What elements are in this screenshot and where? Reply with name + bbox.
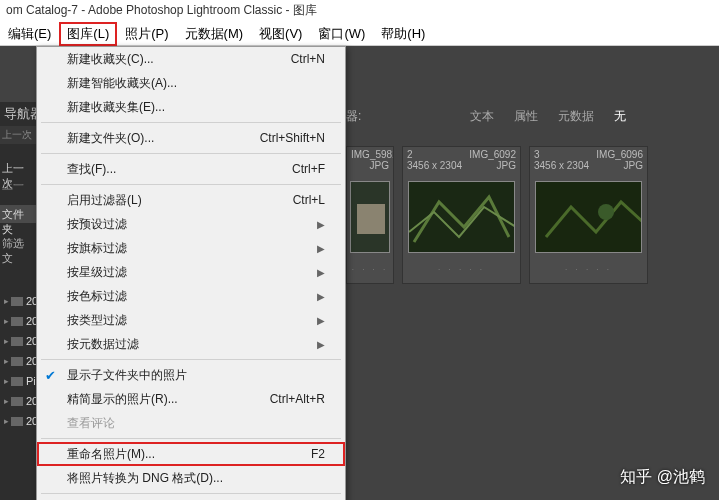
menu-filter-meta[interactable]: 按元数据过滤▶ (37, 332, 345, 356)
chevron-right-icon: ▶ (317, 291, 325, 302)
window-title: om Catalog-7 - Adobe Photoshop Lightroom… (0, 0, 719, 22)
svg-rect-1 (357, 204, 385, 234)
menu-filter-preset[interactable]: 按预设过滤▶ (37, 212, 345, 236)
menu-refine-photos[interactable]: 精简显示的照片(R)...Ctrl+Alt+R (37, 387, 345, 411)
menu-find[interactable]: 查找(F)...Ctrl+F (37, 157, 345, 181)
chevron-right-icon: ▶ (317, 267, 325, 278)
svg-point-4 (598, 204, 614, 220)
menu-new-collection[interactable]: 新建收藏夹(C)...Ctrl+N (37, 47, 345, 71)
prev[interactable]: 上一 (0, 177, 36, 193)
thumb-image (350, 181, 390, 253)
menu-help[interactable]: 帮助(H) (373, 22, 433, 46)
filter-meta[interactable]: 元数据 (558, 108, 594, 125)
menu-review: 查看评论 (37, 411, 345, 435)
menu-window[interactable]: 窗口(W) (310, 22, 373, 46)
thumb-image (535, 181, 642, 253)
check-icon: ✔ (45, 368, 56, 383)
menu-enable-filter[interactable]: 启用过滤器(L)Ctrl+L (37, 188, 345, 212)
menu-filter-type[interactable]: 按类型过滤▶ (37, 308, 345, 332)
filter-text[interactable]: 文本 (470, 108, 494, 125)
svg-rect-3 (536, 182, 641, 252)
menu-new-smart-collection[interactable]: 新建智能收藏夹(A)... (37, 71, 345, 95)
menu-filter-label[interactable]: 按色标过滤▶ (37, 284, 345, 308)
thumb-footer: . . . . (347, 257, 393, 283)
thumb-3[interactable]: 3IMG_60963456 x 2304JPG . . . . . (529, 146, 648, 284)
menu-rename-photo[interactable]: 重命名照片(M)...F2 (37, 442, 345, 466)
menu-show-subfolders[interactable]: ✔显示子文件夹中的照片 (37, 363, 345, 387)
chevron-right-icon: ▶ (317, 243, 325, 254)
menu-edit[interactable]: 编辑(E) (0, 22, 59, 46)
menu-filter-flag[interactable]: 按旗标过滤▶ (37, 236, 345, 260)
chevron-right-icon: ▶ (317, 219, 325, 230)
library-menu-dropdown: 新建收藏夹(C)...Ctrl+N 新建智能收藏夹(A)... 新建收藏夹集(E… (36, 46, 346, 500)
menu-photo[interactable]: 照片(P) (117, 22, 176, 46)
filter-bar-label: 器: (346, 108, 361, 125)
menu-view[interactable]: 视图(V) (251, 22, 310, 46)
menu-metadata[interactable]: 元数据(M) (177, 22, 252, 46)
menu-bar: 编辑(E) 图库(L) 照片(P) 元数据(M) 视图(V) 窗口(W) 帮助(… (0, 22, 719, 46)
filter-none[interactable]: 无 (614, 108, 626, 125)
thumb-image (408, 181, 515, 253)
filter-label[interactable]: 筛选文 (0, 234, 36, 252)
prev-once2[interactable]: 上一次 (0, 160, 36, 176)
thumb-footer: . . . . . (530, 257, 647, 283)
filter-attr[interactable]: 属性 (514, 108, 538, 125)
folders-panel-label[interactable]: 文件夹 (0, 205, 36, 223)
prev-import-label[interactable]: 上一次 (0, 126, 36, 144)
menu-filter-rating[interactable]: 按星级过滤▶ (37, 260, 345, 284)
menu-library[interactable]: 图库(L) (59, 22, 117, 46)
thumb-footer: . . . . . (403, 257, 520, 283)
thumb-2[interactable]: 2IMG_60923456 x 2304JPG . . . . . (402, 146, 521, 284)
menu-new-folder[interactable]: 新建文件夹(O)...Ctrl+Shift+N (37, 126, 345, 150)
menu-new-collection-set[interactable]: 新建收藏夹集(E)... (37, 95, 345, 119)
watermark: 知乎 @池鹤 (620, 467, 705, 488)
chevron-right-icon: ▶ (317, 339, 325, 350)
thumb-partial[interactable]: IMG_5982JPG . . . . (346, 146, 394, 284)
chevron-right-icon: ▶ (317, 315, 325, 326)
thumbnail-row: IMG_5982JPG . . . . 2IMG_60923456 x 2304… (346, 146, 648, 284)
menu-convert-dng[interactable]: 将照片转换为 DNG 格式(D)... (37, 466, 345, 490)
